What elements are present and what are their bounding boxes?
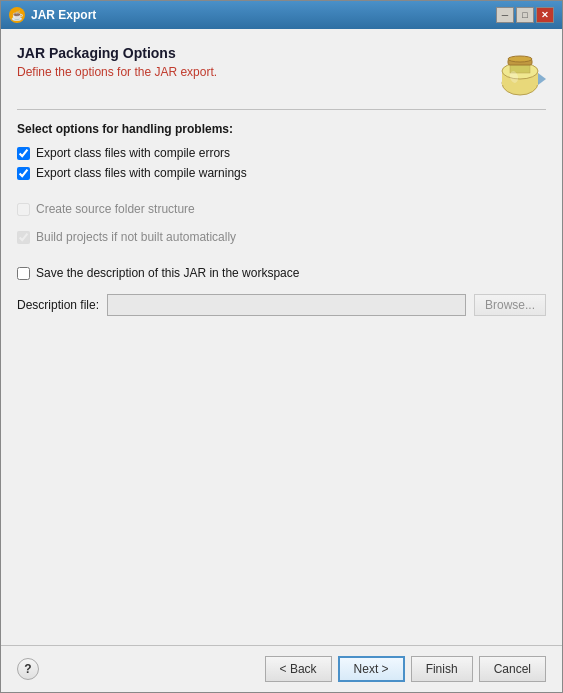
help-button[interactable]: ? [17,658,39,680]
next-button[interactable]: Next > [338,656,405,682]
description-file-label: Description file: [17,298,99,312]
cancel-button[interactable]: Cancel [479,656,546,682]
maximize-button[interactable]: □ [516,7,534,23]
title-bar-controls: ─ □ ✕ [496,7,554,23]
option-compile-errors: Export class files with compile errors [17,146,546,160]
jar-svg [494,45,546,97]
header-section: JAR Packaging Options Define the options… [17,45,546,110]
title-bar: ☕ JAR Export ─ □ ✕ [1,1,562,29]
window-icon: ☕ [9,7,25,23]
footer: ? < Back Next > Finish Cancel [1,645,562,692]
finish-button[interactable]: Finish [411,656,473,682]
checkbox-save-description[interactable] [17,267,30,280]
svg-marker-7 [538,73,546,85]
label-save-description[interactable]: Save the description of this JAR in the … [36,266,299,280]
dialog-title: JAR Packaging Options [17,45,217,61]
dialog-subtitle: Define the options for the JAR export. [17,65,217,79]
option-source-folder: Create source folder structure [17,202,546,216]
label-build-projects: Build projects if not built automaticall… [36,230,236,244]
main-content: JAR Packaging Options Define the options… [1,29,562,645]
browse-button[interactable]: Browse... [474,294,546,316]
checkbox-compile-errors[interactable] [17,147,30,160]
svg-point-5 [508,56,532,62]
option-save-description: Save the description of this JAR in the … [17,266,546,280]
label-compile-warnings[interactable]: Export class files with compile warnings [36,166,247,180]
label-compile-errors[interactable]: Export class files with compile errors [36,146,230,160]
label-source-folder: Create source folder structure [36,202,195,216]
checkbox-compile-warnings[interactable] [17,167,30,180]
window-title: JAR Export [31,8,96,22]
minimize-button[interactable]: ─ [496,7,514,23]
description-file-row: Description file: Browse... [17,294,546,316]
jar-export-window: ☕ JAR Export ─ □ ✕ JAR Packaging Options… [0,0,563,693]
close-button[interactable]: ✕ [536,7,554,23]
checkbox-source-folder [17,203,30,216]
back-button[interactable]: < Back [265,656,332,682]
description-file-input[interactable] [107,294,466,316]
option-compile-warnings: Export class files with compile warnings [17,166,546,180]
footer-left: ? [17,658,39,680]
option-build-projects: Build projects if not built automaticall… [17,230,546,244]
jar-icon [494,45,546,97]
header-text: JAR Packaging Options Define the options… [17,45,217,79]
footer-buttons: < Back Next > Finish Cancel [265,656,546,682]
options-section-label: Select options for handling problems: [17,122,546,136]
checkbox-build-projects [17,231,30,244]
